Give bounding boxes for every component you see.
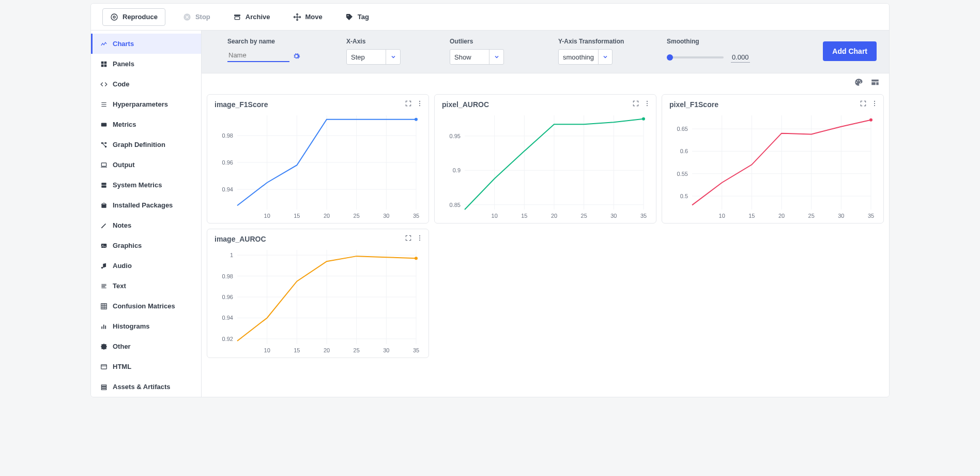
sidebar-item-label: System Metrics xyxy=(113,181,162,189)
search-input[interactable] xyxy=(227,49,289,62)
outliers-select[interactable]: Show xyxy=(450,49,504,65)
outliers-label: Outliers xyxy=(450,38,548,45)
code-icon xyxy=(100,81,108,88)
sidebar-item-installed-packages[interactable]: Installed Packages xyxy=(91,195,201,215)
svg-rect-22 xyxy=(103,324,104,329)
sidebar-item-confusion-matrices[interactable]: Confusion Matrices xyxy=(91,296,201,316)
ytrans-value: smoothing xyxy=(559,53,598,61)
svg-text:35: 35 xyxy=(413,213,419,219)
sidebar: ChartsPanelsCodeHyperparametersMetricsGr… xyxy=(91,31,202,397)
sidebar-item-charts[interactable]: Charts xyxy=(91,34,201,54)
expand-icon[interactable] xyxy=(860,100,867,109)
expand-icon[interactable] xyxy=(405,234,412,244)
svg-rect-3 xyxy=(234,14,240,16)
sidebar-item-label: Other xyxy=(113,343,131,350)
chart-plot: 1015202530350.920.940.960.981 xyxy=(215,244,421,359)
svg-point-1 xyxy=(111,14,117,20)
chart-plot: 1015202530350.940.960.98 xyxy=(215,109,421,224)
more-icon[interactable] xyxy=(416,100,423,109)
svg-text:20: 20 xyxy=(324,347,330,353)
chart-plot: 1015202530350.50.550.60.65 xyxy=(669,109,876,224)
sidebar-item-histograms[interactable]: Histograms xyxy=(91,316,201,336)
sidebar-item-notes[interactable]: Notes xyxy=(91,215,201,235)
sidebar-item-code[interactable]: Code xyxy=(91,74,201,94)
svg-point-58 xyxy=(647,103,648,104)
svg-point-28 xyxy=(856,82,857,83)
expand-icon[interactable] xyxy=(405,100,412,109)
bars-icon xyxy=(100,323,108,330)
sidebar-item-label: Audio xyxy=(113,262,132,270)
chart-title: pixel_F1Score xyxy=(669,100,718,109)
chart-controls: Search by name X-Axis Step xyxy=(202,31,889,73)
sidebar-item-other[interactable]: Other xyxy=(91,336,201,356)
sidebar-item-html[interactable]: HTML xyxy=(91,356,201,377)
svg-point-102 xyxy=(869,118,872,122)
svg-rect-6 xyxy=(101,61,104,64)
svg-text:20: 20 xyxy=(551,213,557,219)
tag-label: Tag xyxy=(358,13,369,21)
sidebar-item-label: Graphics xyxy=(113,242,142,249)
svg-text:10: 10 xyxy=(264,213,270,219)
main-pane: Search by name X-Axis Step xyxy=(202,31,889,397)
sidebar-item-graphics[interactable]: Graphics xyxy=(91,235,201,256)
sidebar-item-output[interactable]: Output xyxy=(91,155,201,175)
svg-rect-32 xyxy=(871,80,879,82)
svg-text:25: 25 xyxy=(581,213,587,219)
svg-text:15: 15 xyxy=(748,213,755,219)
archive-button[interactable]: Archive xyxy=(228,10,275,24)
svg-text:15: 15 xyxy=(521,213,527,219)
gear-icon[interactable] xyxy=(293,52,300,62)
sidebar-item-hyperparameters[interactable]: Hyperparameters xyxy=(91,94,201,114)
svg-rect-17 xyxy=(101,204,106,207)
ytrans-select[interactable]: smoothing xyxy=(558,49,612,65)
stop-button: Stop xyxy=(178,10,216,24)
sidebar-item-assets-artifacts[interactable]: Assets & Artifacts xyxy=(91,377,201,397)
chart-card-image_AUROC: image_AUROC 1015202530350.920.940.960.98… xyxy=(207,229,429,358)
svg-text:0.96: 0.96 xyxy=(222,294,233,300)
move-icon xyxy=(293,13,301,21)
sidebar-item-label: Charts xyxy=(113,40,134,48)
sidebar-item-text[interactable]: Text xyxy=(91,276,201,296)
svg-rect-16 xyxy=(101,185,106,187)
more-icon[interactable] xyxy=(416,234,423,244)
more-icon[interactable] xyxy=(644,100,651,109)
sidebar-item-audio[interactable]: Audio xyxy=(91,256,201,276)
svg-point-78 xyxy=(642,117,645,121)
music-icon xyxy=(100,262,108,270)
tag-button[interactable]: Tag xyxy=(340,10,374,24)
svg-text:30: 30 xyxy=(610,213,617,219)
svg-text:30: 30 xyxy=(838,213,844,219)
add-chart-button[interactable]: Add Chart xyxy=(823,41,877,61)
reproduce-button[interactable]: Reproduce xyxy=(102,8,165,26)
package-icon xyxy=(100,202,108,209)
svg-rect-25 xyxy=(101,384,106,385)
svg-text:25: 25 xyxy=(808,213,815,219)
sidebar-item-system-metrics[interactable]: System Metrics xyxy=(91,175,201,195)
smoothing-slider[interactable] xyxy=(667,56,724,58)
sidebar-item-label: Notes xyxy=(113,221,131,229)
svg-point-57 xyxy=(647,101,648,102)
chart-title: image_AUROC xyxy=(215,235,266,243)
sidebar-item-metrics[interactable]: Metrics xyxy=(91,114,201,135)
more-icon[interactable] xyxy=(871,100,878,109)
sidebar-item-panels[interactable]: Panels xyxy=(91,54,201,74)
chart-icon xyxy=(100,40,108,48)
xaxis-value: Step xyxy=(347,53,369,61)
svg-point-36 xyxy=(419,103,420,104)
palette-icon[interactable] xyxy=(854,78,863,89)
sidebar-item-label: Histograms xyxy=(113,322,150,330)
xaxis-select[interactable]: Step xyxy=(346,49,401,65)
svg-point-31 xyxy=(860,82,861,83)
svg-text:25: 25 xyxy=(354,213,360,219)
expand-icon[interactable] xyxy=(632,100,639,109)
svg-rect-21 xyxy=(101,326,102,329)
move-button[interactable]: Move xyxy=(288,10,328,24)
svg-text:0.85: 0.85 xyxy=(450,202,461,208)
layout-icon[interactable] xyxy=(870,78,880,89)
sidebar-item-graph-definition[interactable]: Graph Definition xyxy=(91,135,201,155)
smoothing-value: 0.000 xyxy=(731,52,750,63)
outliers-value: Show xyxy=(450,53,476,61)
svg-text:0.9: 0.9 xyxy=(453,167,461,173)
list-icon xyxy=(100,101,108,108)
sidebar-item-label: Code xyxy=(113,80,130,88)
